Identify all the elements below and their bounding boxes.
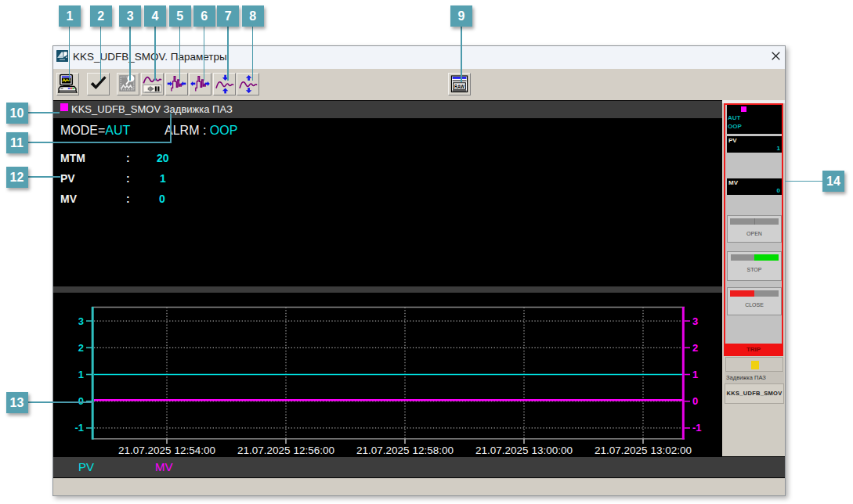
svg-text:21.07.2025 13:02:00: 21.07.2025 13:02:00 (595, 445, 692, 456)
svg-text:RAW: RAW (454, 83, 465, 90)
svg-text:-1: -1 (692, 422, 702, 434)
svg-text:1: 1 (78, 369, 84, 380)
svg-text:2: 2 (78, 342, 84, 354)
svg-text:21.07.2025 12:58:00: 21.07.2025 12:58:00 (356, 445, 454, 456)
svg-text:21.07.2025 13:00:00: 21.07.2025 13:00:00 (475, 445, 573, 456)
svg-text:3: 3 (692, 315, 698, 327)
svg-text:3: 3 (78, 315, 84, 327)
svg-text:1: 1 (692, 369, 698, 380)
svg-text:0: 0 (692, 395, 698, 407)
svg-text:-1: -1 (74, 422, 84, 434)
svg-text:2: 2 (692, 342, 698, 354)
svg-text:21.07.2025 12:56:00: 21.07.2025 12:56:00 (237, 445, 334, 456)
svg-text:21.07.2025 12:54:00: 21.07.2025 12:54:00 (118, 445, 215, 456)
